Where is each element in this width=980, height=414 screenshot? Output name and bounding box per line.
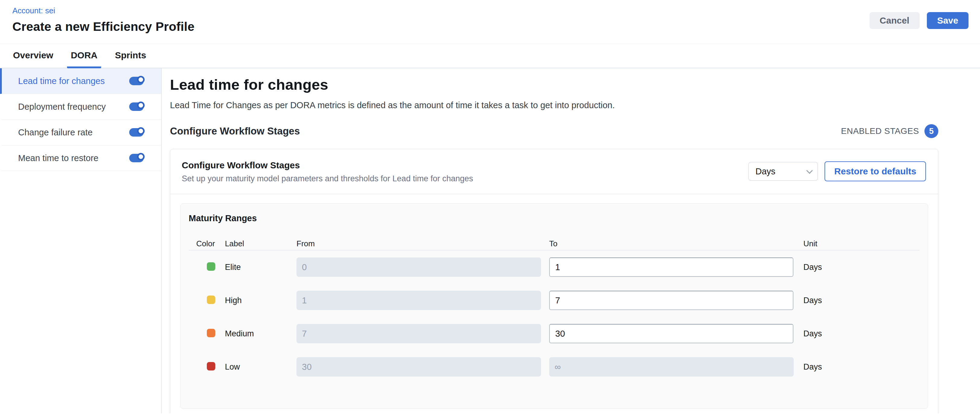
to-input[interactable] [549, 291, 794, 310]
from-input [296, 324, 541, 343]
maturity-row-elite: EliteDays [189, 251, 920, 284]
color-cell [189, 296, 225, 305]
maturity-label: Medium [225, 329, 296, 339]
color-cell [189, 262, 225, 272]
maturity-label: Low [225, 362, 296, 372]
save-button[interactable]: Save [927, 12, 969, 29]
chevron-down-icon [807, 168, 813, 174]
metric-heading: Lead time for changes [170, 76, 938, 93]
to-input [549, 357, 794, 377]
unit-select-value: Days [756, 166, 775, 176]
sidebar-item-label: Lead time for changes [18, 76, 105, 86]
from-cell [296, 357, 549, 377]
tab-bar: OverviewDORASprints [0, 44, 980, 68]
maturity-label: Elite [225, 262, 296, 272]
toggle-knob [137, 102, 145, 109]
card-controls: Days Restore to defaults [748, 161, 926, 181]
configure-stages-heading: Configure Workflow Stages [170, 125, 300, 137]
content-area: Lead time for changesDeployment frequenc… [0, 68, 980, 413]
maturity-row-medium: MediumDays [189, 317, 920, 350]
column-header-color: Color [189, 239, 225, 248]
unit-label: Days [803, 296, 920, 305]
maturity-table: ColorLabelFromToUnit EliteDaysHighDaysMe… [189, 237, 920, 384]
toggle-knob [137, 76, 145, 83]
card-subtitle: Set up your maturity model parameters an… [182, 174, 473, 184]
maturity-ranges-title: Maturity Ranges [189, 213, 920, 223]
maturity-table-body: EliteDaysHighDaysMediumDaysLowDays [189, 251, 920, 384]
column-header-to: To [549, 239, 803, 248]
sidebar-item-label: Mean time to restore [18, 153, 99, 163]
account-breadcrumb-link[interactable]: Account: sei [13, 6, 55, 15]
workflow-stages-card: Configure Workflow Stages Set up your ma… [170, 149, 938, 413]
maturity-table-header: ColorLabelFromToUnit [189, 237, 920, 250]
color-cell [189, 329, 225, 339]
section-header-row: Configure Workflow Stages ENABLED STAGES… [170, 124, 938, 138]
from-cell [296, 291, 549, 310]
to-cell [549, 291, 803, 310]
from-input [296, 257, 541, 277]
sidebar-item-deployment-frequency[interactable]: Deployment frequency [0, 94, 161, 120]
unit-label: Days [803, 329, 920, 339]
maturity-color-chip [207, 329, 215, 337]
unit-label: Days [803, 262, 920, 272]
restore-defaults-button[interactable]: Restore to defaults [824, 161, 926, 181]
toggle-knob [137, 127, 145, 135]
sidebar-item-change-failure-rate[interactable]: Change failure rate [0, 120, 161, 145]
maturity-row-low: LowDays [189, 350, 920, 384]
from-input [296, 291, 541, 310]
tab-dora[interactable]: DORA [67, 44, 101, 68]
metric-toggle[interactable] [129, 128, 144, 137]
from-cell [296, 324, 549, 343]
to-cell [549, 357, 803, 377]
card-title: Configure Workflow Stages [182, 160, 473, 170]
page-title: Create a new Efficiency Profile [13, 20, 968, 34]
maturity-color-chip [207, 362, 215, 371]
maturity-row-high: HighDays [189, 284, 920, 317]
enabled-stages: ENABLED STAGES 5 [841, 124, 938, 138]
sidebar-item-lead-time-for-changes[interactable]: Lead time for changes [0, 68, 161, 94]
column-header-unit: Unit [803, 239, 920, 248]
sidebar-item-label: Deployment frequency [18, 102, 106, 112]
metric-description: Lead Time for Changes as per DORA metric… [170, 100, 938, 110]
metric-toggle[interactable] [129, 102, 144, 111]
unit-label: Days [803, 362, 920, 372]
sidebar-item-label: Change failure rate [18, 128, 93, 137]
from-input [296, 357, 541, 377]
tab-sprints[interactable]: Sprints [111, 44, 150, 68]
header-actions: Cancel Save [870, 12, 969, 29]
tab-overview[interactable]: Overview [10, 44, 57, 68]
to-cell [549, 257, 803, 277]
enabled-stages-count-badge: 5 [924, 124, 938, 138]
metric-toggle[interactable] [129, 154, 144, 162]
to-input[interactable] [549, 324, 794, 343]
metric-toggle[interactable] [129, 77, 144, 85]
card-header: Configure Workflow Stages Set up your ma… [170, 149, 938, 194]
unit-select[interactable]: Days [748, 162, 818, 181]
maturity-label: High [225, 296, 296, 305]
main-panel: Lead time for changes Lead Time for Chan… [162, 68, 980, 413]
enabled-stages-label: ENABLED STAGES [841, 126, 919, 136]
maturity-color-chip [207, 262, 215, 271]
from-cell [296, 257, 549, 277]
column-header-label: Label [225, 239, 296, 248]
toggle-knob [137, 153, 145, 160]
card-header-text: Configure Workflow Stages Set up your ma… [182, 160, 473, 184]
metrics-sidebar: Lead time for changesDeployment frequenc… [0, 68, 162, 413]
to-input[interactable] [549, 257, 794, 277]
cancel-button[interactable]: Cancel [870, 12, 920, 29]
maturity-ranges-panel: Maturity Ranges ColorLabelFromToUnit Eli… [180, 203, 928, 409]
page-header: Account: sei Create a new Efficiency Pro… [0, 0, 980, 44]
color-cell [189, 362, 225, 372]
sidebar-item-mean-time-to-restore[interactable]: Mean time to restore [0, 145, 161, 171]
column-header-from: From [296, 239, 549, 248]
to-cell [549, 324, 803, 343]
maturity-color-chip [207, 296, 215, 304]
